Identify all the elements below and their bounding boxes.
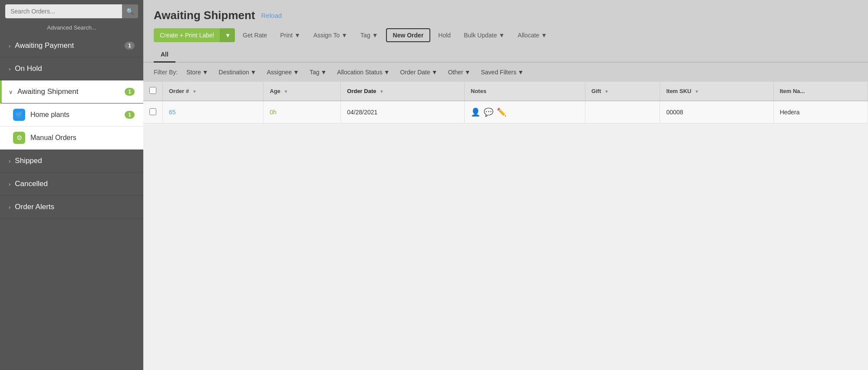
sidebar-item-on-hold[interactable]: › On Hold: [0, 57, 143, 80]
col-order-num-label: Order #: [169, 88, 189, 94]
sidebar-subitem-manual-orders[interactable]: ⚙ Manual Orders: [0, 127, 143, 150]
select-all-checkbox[interactable]: [149, 87, 156, 94]
col-order-num[interactable]: Order # ▼: [163, 82, 264, 101]
col-order-date[interactable]: Order Date ▼: [341, 82, 465, 101]
allocate-button[interactable]: Allocate ▼: [512, 28, 552, 42]
filter-saved-filters-dropdown-icon: ▼: [518, 69, 524, 76]
filter-allocation-status-dropdown-icon: ▼: [384, 69, 390, 76]
tabs-row: All: [143, 47, 868, 63]
filter-assignee-label: Assignee: [267, 69, 292, 76]
row-checkbox-cell: [143, 101, 163, 123]
chevron-right-icon: ›: [9, 181, 10, 187]
bulk-update-dropdown-icon: ▼: [498, 32, 505, 39]
assign-to-label: Assign To: [314, 32, 340, 39]
item-name-value: Hedera: [780, 109, 800, 116]
filter-other-label: Other: [448, 69, 463, 76]
row-item-name: Hedera: [773, 101, 868, 123]
main-header: Awaiting Shipment Reload Create + Print …: [143, 0, 868, 47]
col-item-name: Item Na...: [773, 82, 868, 101]
edit-note-icon[interactable]: ✏️: [497, 107, 506, 117]
table-row: 65 0h 04/28/2021 👤 💬 ✏️: [143, 101, 868, 123]
home-plants-icon: 🛒: [13, 109, 25, 121]
create-print-label-dropdown[interactable]: ▼: [220, 28, 235, 42]
orders-table-container: Order # ▼ Age ▼ Order Date ▼ Notes: [143, 82, 868, 370]
bulk-update-button[interactable]: Bulk Update ▼: [459, 28, 510, 42]
sidebar-item-awaiting-shipment[interactable]: ∨ Awaiting Shipment 1: [0, 80, 143, 103]
print-button[interactable]: Print ▼: [275, 28, 306, 42]
page-title: Awaiting Shipment: [154, 9, 255, 22]
order-num-link[interactable]: 65: [169, 109, 176, 116]
filter-assignee-button[interactable]: Assignee ▼: [263, 67, 302, 77]
assign-to-dropdown-icon: ▼: [341, 32, 347, 39]
row-checkbox[interactable]: [149, 108, 156, 115]
filter-other-button[interactable]: Other ▼: [445, 67, 474, 77]
col-gift-label: Gift: [591, 88, 601, 94]
col-gift[interactable]: Gift ▼: [585, 82, 660, 101]
sidebar-item-order-alerts[interactable]: › Order Alerts: [0, 196, 143, 219]
title-row: Awaiting Shipment Reload: [154, 9, 858, 22]
sort-age-icon: ▼: [284, 89, 288, 94]
subitem-label: Manual Orders: [30, 134, 76, 142]
print-label: Print: [280, 32, 293, 39]
notes-icons-group: 👤 💬 ✏️: [471, 107, 579, 117]
message-note-icon[interactable]: 💬: [484, 107, 493, 117]
sidebar-item-awaiting-payment[interactable]: › Awaiting Payment 1: [0, 34, 143, 57]
assign-note-icon[interactable]: 👤: [471, 107, 480, 117]
awaiting-payment-badge: 1: [125, 42, 135, 50]
col-item-sku-label: Item SKU: [666, 88, 691, 94]
assign-to-button[interactable]: Assign To ▼: [308, 28, 353, 42]
search-input[interactable]: [5, 4, 122, 18]
search-bar: 🔍: [0, 0, 143, 23]
filter-allocation-status-label: Allocation Status: [337, 69, 382, 76]
col-notes-label: Notes: [471, 88, 486, 94]
sidebar-item-label: On Hold: [15, 64, 42, 73]
sidebar-item-label: Awaiting Payment: [15, 41, 74, 50]
item-sku-value: 00008: [666, 109, 683, 116]
filter-store-button[interactable]: Store ▼: [183, 67, 211, 77]
filter-assignee-dropdown-icon: ▼: [293, 69, 299, 76]
sort-order-num-icon: ▼: [192, 89, 197, 94]
filter-destination-dropdown-icon: ▼: [251, 69, 257, 76]
col-item-sku[interactable]: Item SKU ▼: [660, 82, 773, 101]
create-print-label-button[interactable]: Create + Print Label: [154, 28, 220, 42]
hold-button[interactable]: Hold: [433, 28, 456, 42]
col-notes: Notes: [465, 82, 585, 101]
filter-destination-button[interactable]: Destination ▼: [215, 67, 260, 77]
home-plants-badge: 1: [125, 111, 135, 119]
filter-store-dropdown-icon: ▼: [202, 69, 208, 76]
filter-row: Filter By: Store ▼ Destination ▼ Assigne…: [143, 63, 868, 82]
filter-store-label: Store: [186, 69, 201, 76]
tab-all[interactable]: All: [154, 47, 175, 63]
main-content: Awaiting Shipment Reload Create + Print …: [143, 0, 868, 370]
col-item-name-label: Item Na...: [780, 88, 805, 94]
sidebar-item-shipped[interactable]: › Shipped: [0, 150, 143, 173]
search-button[interactable]: 🔍: [122, 4, 138, 18]
row-order-date: 04/28/2021: [341, 101, 465, 123]
new-order-button[interactable]: New Order: [386, 28, 431, 42]
filter-allocation-status-button[interactable]: Allocation Status ▼: [333, 67, 393, 77]
filter-by-label: Filter By:: [154, 69, 178, 76]
col-age-label: Age: [270, 88, 281, 94]
subitem-label: Home plants: [30, 111, 69, 119]
filter-tag-button[interactable]: Tag ▼: [306, 67, 330, 77]
row-order-num: 65: [163, 101, 264, 123]
filter-order-date-button[interactable]: Order Date ▼: [397, 67, 441, 77]
sidebar-subitem-home-plants[interactable]: 🛒 Home plants 1: [0, 103, 143, 127]
bulk-update-label: Bulk Update: [464, 32, 497, 39]
sidebar-item-cancelled[interactable]: › Cancelled: [0, 173, 143, 196]
select-all-header: [143, 82, 163, 101]
col-age[interactable]: Age ▼: [264, 82, 341, 101]
get-rate-button[interactable]: Get Rate: [238, 28, 272, 42]
sort-gift-icon: ▼: [604, 89, 609, 94]
advanced-search-link[interactable]: Advanced Search...: [0, 23, 143, 34]
create-print-label-group: Create + Print Label ▼: [154, 28, 235, 42]
sort-item-sku-icon: ▼: [695, 89, 699, 94]
filter-saved-filters-button[interactable]: Saved Filters ▼: [478, 67, 528, 77]
chevron-right-icon: ›: [9, 204, 10, 210]
col-order-date-label: Order Date: [347, 88, 376, 94]
chevron-right-icon: ›: [9, 66, 10, 72]
reload-link[interactable]: Reload: [261, 12, 282, 19]
print-dropdown-icon: ▼: [294, 32, 300, 39]
order-date-value: 04/28/2021: [347, 109, 377, 116]
tag-button[interactable]: Tag ▼: [355, 28, 383, 42]
